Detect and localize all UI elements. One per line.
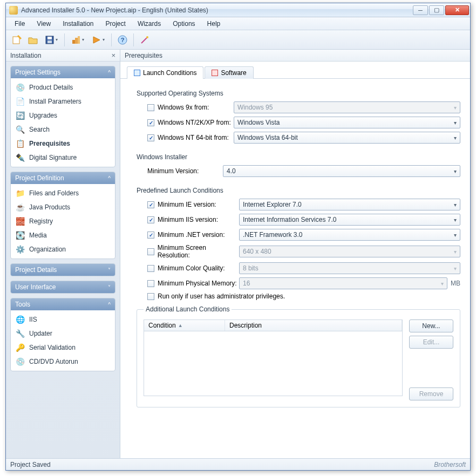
svg-text:?: ?	[121, 37, 125, 43]
search-icon: 🔍	[15, 125, 25, 134]
pre-combo-4: 8 bits	[239, 262, 460, 274]
pre-check-4[interactable]	[147, 265, 154, 272]
conditions-list[interactable]	[144, 331, 403, 396]
statusbar: Project Saved Brothersoft	[6, 458, 470, 470]
svg-rect-4	[72, 40, 75, 44]
pre-label-1: Minimum IIS version:	[158, 216, 218, 223]
sidebar-item-iis[interactable]: 🌐IIS	[12, 312, 114, 327]
maximize-button[interactable]: ▢	[429, 5, 444, 15]
save-button[interactable]	[43, 33, 60, 46]
toolbar: ?	[6, 30, 470, 50]
os-combo-0: Windows 95	[234, 101, 460, 113]
pre-combo-1[interactable]: Internet Information Services 7.0	[239, 214, 460, 226]
new-condition-button[interactable]: New...	[409, 319, 453, 332]
sidebar-item-media[interactable]: 💽Media	[12, 228, 114, 242]
menu-file[interactable]: File	[9, 18, 30, 29]
menu-wizards[interactable]: Wizards	[132, 18, 166, 29]
wizard-button[interactable]	[138, 33, 151, 46]
sidebar-item-cd-dvd-autorun[interactable]: 💿CD/DVD Autorun	[12, 355, 114, 369]
sidebar-item-label: Prerequisites	[29, 140, 70, 147]
wi-min-version-combo[interactable]: 4.0	[223, 165, 460, 177]
sidebar-item-label: Media	[29, 232, 47, 239]
sidebar-item-registry[interactable]: 🧱Registry	[12, 214, 114, 228]
install-parameters-icon: 📄	[15, 97, 25, 106]
menu-view[interactable]: View	[31, 18, 56, 29]
svg-rect-2	[47, 37, 52, 39]
cd-dvd-autorun-icon: 💿	[15, 357, 25, 366]
chevron-icon: ˅	[108, 284, 111, 290]
menu-project[interactable]: Project	[100, 18, 131, 29]
pre-check-3[interactable]	[147, 248, 154, 255]
new-project-button[interactable]	[10, 33, 23, 46]
os-check-2[interactable]	[147, 134, 154, 141]
tab-software[interactable]: Software	[205, 66, 253, 79]
sidebar-item-organization[interactable]: ⚙️Organization	[12, 242, 114, 256]
group-header-project-details[interactable]: Project Details˅	[11, 264, 115, 276]
chevron-icon: ˅	[108, 267, 111, 273]
tab-icon	[212, 70, 218, 76]
pre-label-2: Minimum .NET version:	[158, 231, 225, 239]
group-header-project-settings[interactable]: Project Settings^	[11, 66, 115, 78]
pre-value-0: Internet Explorer 7.0	[243, 201, 302, 208]
sidebar-item-digital-signature[interactable]: ✒️Digital Signature	[12, 151, 114, 165]
pre-check-1[interactable]	[147, 216, 154, 223]
svg-rect-3	[47, 40, 52, 43]
build-button[interactable]	[69, 33, 86, 46]
pre-label-4: Minimum Color Quality:	[158, 264, 225, 272]
pre-check-5[interactable]	[147, 280, 154, 287]
sidebar-item-label: Digital Signature	[29, 154, 77, 161]
sidebar-item-label: Product Details	[29, 84, 73, 91]
section-wi-title: Windows Installer	[137, 153, 460, 161]
sidebar-item-files-folders[interactable]: 📁Files and Folders	[12, 186, 114, 200]
menu-help[interactable]: Help	[202, 18, 226, 29]
os-label-2: Windows NT 64-bit from:	[158, 134, 229, 141]
tab-label: Software	[221, 69, 246, 77]
close-panel-button[interactable]: ×	[111, 51, 115, 59]
help-button[interactable]: ?	[116, 33, 129, 46]
open-button[interactable]	[26, 33, 39, 46]
os-check-0[interactable]	[147, 104, 154, 111]
tab-launch-conditions[interactable]: Launch Conditions	[127, 66, 203, 79]
sidebar-item-updater[interactable]: 🔧Updater	[12, 327, 114, 341]
sidebar-item-serial-validation[interactable]: 🔑Serial Validation	[12, 341, 114, 355]
group-header-tools[interactable]: Tools^	[11, 298, 115, 310]
sidebar-item-java-products[interactable]: ☕Java Products	[12, 200, 114, 214]
menu-installation[interactable]: Installation	[57, 18, 99, 29]
pre-value-2: .NET Framework 3.0	[243, 231, 302, 239]
menubar: FileViewInstallationProjectWizardsOption…	[6, 17, 470, 30]
pre-check-2[interactable]	[147, 232, 154, 239]
pre-label-5: Minimum Physical Memory:	[158, 280, 237, 287]
sidebar-item-label: Updater	[29, 330, 52, 337]
edit-condition-button[interactable]: Edit...	[409, 336, 453, 349]
section-os-title: Supported Operating Systems	[137, 90, 460, 97]
group-header-project-definition[interactable]: Project Definition^	[11, 172, 115, 184]
menu-options[interactable]: Options	[167, 18, 200, 29]
sidebar-item-label: Install Parameters	[29, 98, 81, 105]
status-text: Project Saved	[10, 461, 51, 468]
os-combo-2[interactable]: Windows Vista 64-bit	[234, 132, 460, 144]
run-button[interactable]	[90, 33, 107, 46]
pre-combo-0[interactable]: Internet Explorer 7.0	[239, 199, 460, 210]
admin-checkbox[interactable]	[147, 293, 154, 300]
sidebar-item-search[interactable]: 🔍Search	[12, 123, 114, 137]
close-button[interactable]: ✕	[445, 5, 469, 15]
col-condition[interactable]: Condition ▲	[144, 320, 225, 331]
sidebar-item-upgrades[interactable]: 🔄Upgrades	[12, 108, 114, 123]
remove-condition-button[interactable]: Remove	[409, 387, 453, 400]
svg-rect-6	[78, 36, 80, 44]
group-header-user-interface[interactable]: User Interface˅	[11, 281, 115, 293]
sidebar-item-product-details[interactable]: 💿Product Details	[12, 80, 114, 94]
pre-check-0[interactable]	[147, 201, 154, 208]
pre-combo-2[interactable]: .NET Framework 3.0	[239, 229, 460, 241]
sidebar-item-label: Upgrades	[29, 112, 57, 119]
svg-rect-0	[13, 37, 19, 44]
col-description[interactable]: Description	[225, 320, 402, 331]
admin-label: Run only if user has administrator privi…	[158, 293, 285, 300]
sidebar-item-install-parameters[interactable]: 📄Install Parameters	[12, 94, 114, 108]
os-combo-1[interactable]: Windows Vista	[234, 117, 460, 128]
os-check-1[interactable]	[147, 119, 154, 126]
sidebar-item-prerequisites[interactable]: 📋Prerequisites	[12, 137, 114, 151]
wi-min-version-value: 4.0	[227, 167, 236, 175]
os-value-1: Windows Vista	[237, 119, 280, 126]
minimize-button[interactable]: ─	[413, 5, 428, 15]
